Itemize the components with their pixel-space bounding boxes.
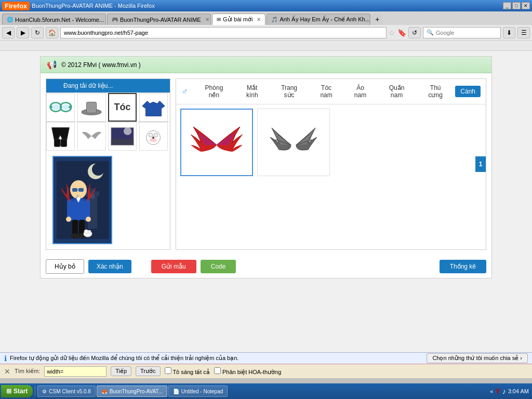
item-goggles[interactable] <box>46 93 75 122</box>
info-action-button[interactable]: Chọn những thứ tôi muốn chia sẻ › <box>427 353 528 363</box>
tab-3-close[interactable]: ✕ <box>257 17 261 22</box>
cat-canh[interactable]: Cánh <box>455 86 481 97</box>
item-pants[interactable] <box>46 122 75 151</box>
animal-icon <box>140 125 167 148</box>
nav-bar: ◀ ▶ ↻ 🏠 ☆ 🔖 ↺ 🔍 ⬇ ☰ <box>0 25 532 41</box>
notepad-label: Untitled - Notepad <box>181 389 223 394</box>
minimize-button[interactable]: _ <box>503 2 511 9</box>
forward-button[interactable]: ▶ <box>17 27 29 38</box>
reload-button[interactable]: ↻ <box>31 27 44 38</box>
find-label: Tìm kiếm: <box>15 368 40 375</box>
devil-wings-svg <box>185 116 248 168</box>
search-input[interactable] <box>436 30 483 36</box>
goggles-icon <box>47 96 74 119</box>
tab-4-icon: 🎵 <box>271 17 277 22</box>
send-button[interactable]: Gửi mẫu <box>151 260 196 273</box>
refresh-button[interactable]: ↺ <box>408 27 421 38</box>
page-content: 📢 © 2012 FMvi ( www.fmvi.vn ) 👤 Đang tải… <box>0 51 532 352</box>
item-wings-small[interactable] <box>77 122 106 151</box>
search-engine-icon: 🔍 <box>427 29 434 36</box>
tab-4[interactable]: 🎵 Anh Ấy Hay Em Ấy - Chế Anh Kh... ✕ <box>267 14 370 25</box>
svg-point-6 <box>62 104 69 110</box>
case-sensitive-label: Phân biệt HOA-thường <box>214 367 281 376</box>
item-animal[interactable] <box>139 122 168 151</box>
item-shirt[interactable] <box>139 93 168 122</box>
svg-point-15 <box>149 133 153 137</box>
find-input[interactable] <box>44 366 107 377</box>
taskbar-right: « Y ♪ 3:04 AM <box>490 387 531 395</box>
svg-point-32 <box>66 217 71 222</box>
cat-toc-nam[interactable]: Tóc nam <box>310 82 343 101</box>
stats-button[interactable]: Thống kê <box>440 260 486 273</box>
loading-bar: 👤 Đang tải dữ liệu... <box>46 79 170 92</box>
cat-trang-suc[interactable]: Trang sức <box>271 82 308 101</box>
confirm-button[interactable]: Xác nhận <box>88 260 131 273</box>
item-toc[interactable]: Tóc <box>108 93 137 122</box>
svg-rect-30 <box>67 200 71 218</box>
user-icon: 👤 <box>51 82 60 90</box>
svg-point-21 <box>92 163 104 176</box>
code-button[interactable]: Code <box>201 260 236 273</box>
site-header-text: © 2012 FMvi ( www.fmvi.vn ) <box>61 61 141 69</box>
search-bar: 🔍 <box>423 27 501 38</box>
svg-point-16 <box>153 133 157 137</box>
url-input[interactable] <box>60 27 387 38</box>
taskbar-csm-client[interactable]: ⚙ CSM Client v5.0.8 <box>37 385 96 397</box>
avatar-preview <box>52 156 112 244</box>
right-panel: ♂ Phòng nền Mắt kính Trang sức Tóc nam Á… <box>176 78 486 250</box>
maximize-button[interactable]: □ <box>512 2 521 9</box>
svg-point-18 <box>152 137 154 139</box>
cat-quan-nam[interactable]: Quần nam <box>378 82 416 101</box>
category-nav: ♂ Phòng nền Mắt kính Trang sức Tóc nam Á… <box>176 79 486 104</box>
taskbar-notepad[interactable]: 📄 Untitled - Notepad <box>168 385 228 397</box>
tray-arrows: « <box>490 388 493 394</box>
taskbar: ⊞ Start ⚙ CSM Client v5.0.8 🦊 BuonThungP… <box>0 383 532 399</box>
menu-button[interactable]: ☰ <box>517 27 530 38</box>
svg-rect-3 <box>50 105 52 109</box>
title-bar: Firefox BuonThungPro-AVATAR ANIME - Mozi… <box>0 0 532 11</box>
cat-ao-nam[interactable]: Áo nam <box>345 82 376 101</box>
taskbar-buonthung[interactable]: 🦊 BuonThungPro-AVAT... <box>97 385 167 397</box>
info-icon: ℹ <box>4 354 7 363</box>
svg-point-12 <box>124 127 131 135</box>
bookmark-star2[interactable]: 🔖 <box>397 29 406 37</box>
wings-display <box>176 104 486 180</box>
tab-1-label: HoanClub.5forum.Net - Welcome... <box>15 17 104 23</box>
cat-phong-nen[interactable]: Phòng nền <box>195 82 234 101</box>
wing-item-2[interactable] <box>257 109 330 176</box>
new-tab-button[interactable]: + <box>371 14 383 25</box>
item-hat[interactable] <box>77 93 106 122</box>
tab-2-close[interactable]: ✕ <box>205 17 209 22</box>
start-label: Start <box>14 388 28 395</box>
tray-music-icon: ♪ <box>502 387 506 395</box>
svg-rect-10 <box>61 139 67 147</box>
find-close-button[interactable]: ✕ <box>4 367 10 376</box>
tab-1[interactable]: 🌐 HoanClub.5forum.Net - Welcome... ✕ <box>2 14 106 25</box>
back-button[interactable]: ◀ <box>2 27 15 38</box>
find-prev-button[interactable]: Trước <box>136 366 160 376</box>
cat-mat-kinh[interactable]: Mắt kính <box>235 82 269 101</box>
bookmark-star[interactable]: ☆ <box>389 29 395 37</box>
tab-2[interactable]: 🎮 BuonThungPro-AVATAR ANIME ✕ <box>107 14 211 25</box>
case-sensitive-checkbox[interactable] <box>214 367 221 374</box>
info-bar: ℹ Firefox tự động gửi dữ liệu đến Mozill… <box>0 352 532 364</box>
tab-1-icon: 🌐 <box>7 17 13 22</box>
wing-item-1[interactable] <box>180 109 253 176</box>
close-button[interactable]: ✕ <box>522 2 530 9</box>
download-button[interactable]: ⬇ <box>503 27 515 38</box>
item-bg[interactable] <box>108 122 137 151</box>
notepad-icon: 📄 <box>173 389 179 394</box>
tab-3[interactable]: ✉ Gửi bài mới ✕ <box>212 14 265 25</box>
start-button[interactable]: ⊞ Start <box>1 385 33 397</box>
cat-thu-cung[interactable]: Thú cưng <box>418 82 453 101</box>
buonthung-label: BuonThungPro-AVAT... <box>110 389 163 394</box>
cancel-button[interactable]: Hủy bỏ <box>46 259 84 274</box>
home-button[interactable]: 🏠 <box>46 27 58 38</box>
find-next-button[interactable]: Tiếp <box>111 366 131 376</box>
highlight-checkbox[interactable] <box>165 367 171 374</box>
firefox-taskbar-icon: 🦊 <box>101 389 108 394</box>
wings-thumb-icon <box>78 125 105 148</box>
site-container: 📢 © 2012 FMvi ( www.fmvi.vn ) 👤 Đang tải… <box>40 56 492 278</box>
megaphone-icon: 📢 <box>47 60 57 70</box>
bottom-buttons: Hủy bỏ Xác nhận Gửi mẫu Code Thống kê <box>41 255 491 278</box>
